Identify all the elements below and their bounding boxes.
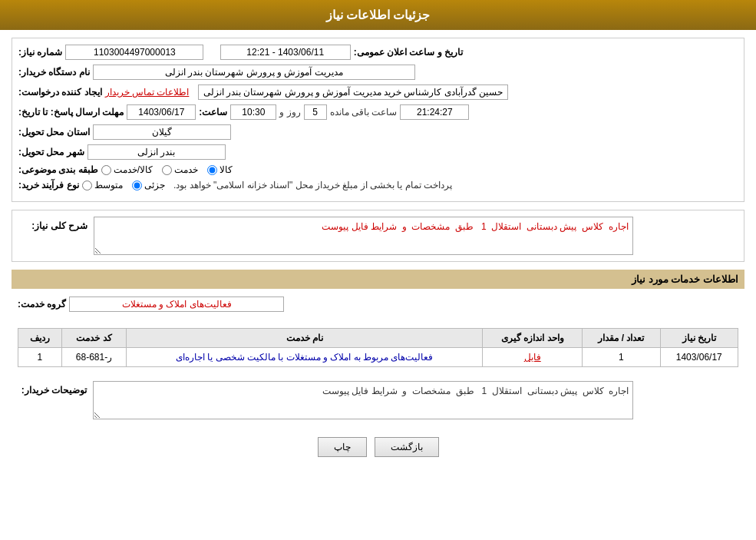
days-label: روز و [279, 107, 300, 118]
creator-value: حسین گدرآبادی کارشناس خرید مدیریت آموزش … [198, 84, 508, 100]
cell-row-num: 1 [18, 348, 62, 367]
remaining-label: ساعت باقی مانده [330, 107, 398, 118]
category-label: طبقه بندی موضوعی: [18, 164, 98, 175]
kala-label: کالا [220, 164, 233, 175]
kala-khedmat-label: کالا/خدمت [114, 164, 153, 175]
radio-khedmat-input[interactable] [162, 165, 172, 175]
buyer-name-value: مدیریت آموزش و پرورش شهرستان بندر انزلی [93, 65, 415, 80]
buyer-description-row: توضیحات خریدار: [12, 375, 744, 426]
radio-motavasset[interactable]: متوسط [82, 180, 123, 190]
row-buyer-name: مدیریت آموزش و پرورش شهرستان بندر انزلی … [18, 65, 738, 80]
date-label: تاریخ و ساعت اعلان عمومی: [354, 47, 463, 58]
cell-quantity: 1 [583, 348, 660, 367]
radio-jozii-input[interactable] [132, 181, 142, 190]
creator-label: ایجاد کننده درخواست: [18, 87, 102, 98]
radio-jozii[interactable]: جزئی [132, 180, 165, 190]
button-row: بازگشت چاپ [12, 437, 744, 457]
purchase-radio-group: متوسط جزئی [82, 180, 165, 190]
row-deadline: 21:24:27 ساعت باقی مانده 5 روز و 10:30 س… [18, 104, 738, 120]
buyer-description-textarea[interactable] [93, 381, 633, 419]
purchase-type-label: نوع فرآیند خرید: [18, 180, 79, 190]
services-table: تاریخ نیاز تعداد / مقدار واحد اندازه گیر… [18, 328, 738, 367]
row-creator: حسین گدرآبادی کارشناس خرید مدیریت آموزش … [18, 84, 738, 100]
th-service-name: نام خدمت [127, 329, 483, 348]
need-description-section: // Will be populated after main script r… [12, 210, 744, 262]
services-tbody: 1403/06/17 1 فایل فعالیت‌های مربوط به ام… [18, 348, 738, 367]
cell-unit[interactable]: فایل [483, 348, 583, 367]
page-header: جزئیات اطلاعات نیاز [0, 0, 756, 30]
th-quantity: تعداد / مقدار [583, 329, 660, 348]
need-number-value: 1103004497000013 [65, 45, 203, 60]
city-label: شهر محل تحویل: [18, 147, 84, 157]
row-city: بندر انزلی شهر محل تحویل: [18, 144, 738, 160]
remaining-time: 21:24:27 [400, 104, 469, 120]
motavasset-label: متوسط [94, 180, 123, 190]
th-need-date: تاریخ نیاز [660, 329, 738, 348]
row-category: کالا/خدمت خدمت کالا طبقه بندی موضوعی: [18, 164, 738, 175]
service-group-label: گروه خدمت: [18, 299, 66, 310]
content-area: تاریخ و ساعت اعلان عمومی: 1403/06/11 - 1… [0, 30, 756, 476]
purchase-note: پرداخت تمام یا بخشی از مبلغ خریداز محل "… [173, 180, 452, 190]
page-title: جزئیات اطلاعات نیاز [326, 8, 431, 22]
table-header-row: تاریخ نیاز تعداد / مقدار واحد اندازه گیر… [18, 329, 738, 348]
radio-motavasset-input[interactable] [82, 181, 92, 190]
category-radio-group: کالا/خدمت خدمت کالا [101, 164, 233, 175]
services-section-title: اطلاعات خدمات مورد نیاز [12, 270, 744, 289]
services-table-container: تاریخ نیاز تعداد / مقدار واحد اندازه گیر… [12, 320, 744, 371]
contact-link[interactable]: اطلاعات تماس خریدار [105, 87, 190, 98]
radio-kala-khedmat-input[interactable] [101, 165, 111, 175]
th-unit: واحد اندازه گیری [483, 329, 583, 348]
cell-service-name: فعالیت‌های مربوط به املاک و مستغلات با م… [127, 348, 483, 367]
deadline-time: 10:30 [230, 104, 276, 120]
row-service-group: فعالیت‌های املاک و مستغلات گروه خدمت: [12, 293, 744, 316]
back-button[interactable]: بازگشت [375, 437, 439, 457]
buyer-description-label: توضیحات خریدار: [18, 381, 87, 396]
radio-kala-khedmat[interactable]: کالا/خدمت [101, 164, 153, 175]
days-value: 5 [304, 104, 327, 120]
row-purchase-type: پرداخت تمام یا بخشی از مبلغ خریداز محل "… [18, 180, 738, 190]
jozii-label: جزئی [144, 180, 165, 190]
main-info-section: تاریخ و ساعت اعلان عمومی: 1403/06/11 - 1… [12, 38, 744, 202]
th-service-code: کد خدمت [61, 329, 127, 348]
province-label: استان محل تحویل: [18, 127, 90, 137]
deadline-time-label: ساعت: [199, 107, 227, 118]
deadline-date: 1403/06/17 [127, 104, 196, 120]
province-value: گیلان [93, 124, 231, 140]
print-button[interactable]: چاپ [318, 437, 367, 457]
row-province: گیلان استان محل تحویل: [18, 124, 738, 140]
th-row-num: ردیف [18, 329, 62, 348]
cell-service-code: ر-681-68 [61, 348, 127, 367]
cell-need-date: 1403/06/17 [660, 348, 738, 367]
date-value: 1403/06/11 - 12:21 [220, 45, 351, 60]
table-row: 1403/06/17 1 فایل فعالیت‌های مربوط به ام… [18, 348, 738, 367]
response-deadline-label: مهلت ارسال پاسخ: تا تاریخ: [18, 107, 124, 118]
radio-kala[interactable]: کالا [207, 164, 233, 175]
need-number-label: شماره نیاز: [18, 47, 62, 58]
khedmat-label: خدمت [174, 164, 198, 175]
city-value: بندر انزلی [87, 144, 226, 160]
page-container: جزئیات اطلاعات نیاز تاریخ و ساعت اعلان ع… [0, 0, 756, 540]
buyer-name-label: نام دستگاه خریدار: [18, 67, 90, 78]
need-description-label: شرح کلی نیاز: [18, 217, 87, 231]
radio-khedmat[interactable]: خدمت [162, 164, 198, 175]
services-section-label: اطلاعات خدمات مورد نیاز [632, 273, 738, 285]
radio-kala-input[interactable] [207, 165, 217, 175]
service-group-value: فعالیت‌های املاک و مستغلات [69, 297, 284, 312]
info-main: تاریخ و ساعت اعلان عمومی: 1403/06/11 - 1… [12, 38, 744, 201]
need-description-textarea[interactable] [94, 217, 633, 255]
row-need-number: تاریخ و ساعت اعلان عمومی: 1403/06/11 - 1… [18, 45, 738, 60]
